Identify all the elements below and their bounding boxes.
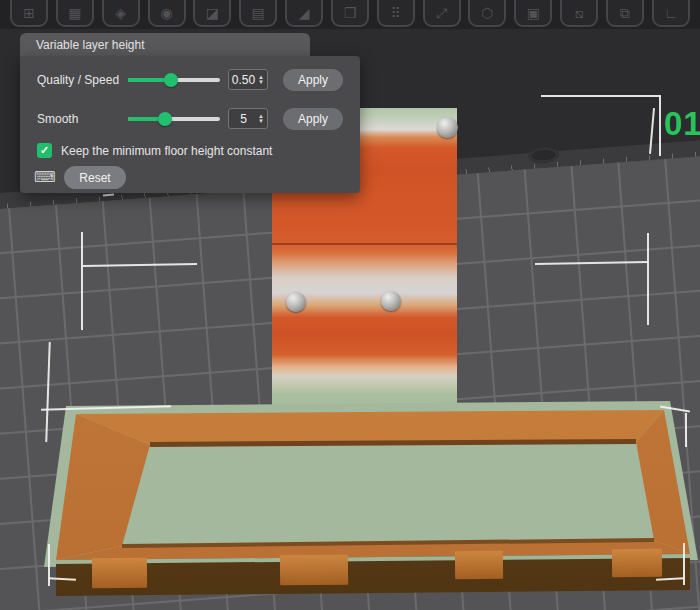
hatch-button[interactable]: ⧅: [560, 0, 598, 27]
split-objects-icon: ❒: [344, 6, 357, 20]
variable-layer-height-panel: Quality / Speed 0.50 ▲ ▼ Apply Smooth 5 …: [20, 56, 360, 193]
layer-handle-sphere[interactable]: [381, 291, 401, 311]
spinner-arrows[interactable]: ▲ ▼: [258, 114, 267, 124]
color-paint-icon: ◉: [160, 6, 172, 20]
slider-thumb[interactable]: [164, 73, 178, 87]
split-objects-button[interactable]: ❒: [331, 0, 369, 27]
smooth-apply-button[interactable]: Apply: [283, 108, 343, 130]
quality-speed-value[interactable]: 0.50: [229, 73, 258, 87]
check-icon: ✓: [40, 144, 49, 157]
bbox-line: [48, 544, 50, 586]
min-floor-height-checkbox[interactable]: ✓: [37, 143, 52, 158]
measure-button[interactable]: ∟: [652, 0, 690, 27]
bbox-line: [647, 233, 649, 325]
seam-paint-button[interactable]: ◪: [193, 0, 231, 27]
split-parts-icon: ⠿: [391, 6, 401, 20]
quality-speed-row: Quality / Speed 0.50 ▲ ▼ Apply: [20, 69, 360, 91]
spinner-arrows[interactable]: ▲ ▼: [258, 75, 267, 85]
lattice-icon: ▦: [68, 6, 81, 20]
quality-apply-button[interactable]: Apply: [283, 69, 343, 91]
base-tab: [612, 549, 662, 578]
base-tab: [455, 551, 503, 580]
smooth-slider[interactable]: [128, 117, 220, 121]
slider-thumb[interactable]: [158, 112, 172, 126]
quality-speed-slider[interactable]: [128, 78, 220, 82]
quality-speed-label: Quality / Speed: [37, 73, 119, 87]
reset-row: ⌨ Reset: [20, 168, 360, 190]
measure-icon: ∟: [664, 6, 678, 20]
text-tool-icon: ▤: [252, 6, 265, 20]
box-button[interactable]: ▣: [514, 0, 552, 27]
toolbar: ⊞▦◈◉◪▤◢❒⠿⤢⬡▣⧅⧉∟: [0, 0, 700, 29]
merge-icon: ⧉: [620, 6, 630, 20]
assembly-icon: ⬡: [481, 6, 493, 20]
merge-button[interactable]: ⧉: [606, 0, 644, 27]
hatch-icon: ⧅: [575, 6, 584, 20]
spinner-down-icon[interactable]: ▼: [258, 80, 264, 85]
quality-speed-input[interactable]: 0.50 ▲ ▼: [228, 69, 268, 90]
scale-button[interactable]: ⤢: [423, 0, 461, 27]
layer-handle-sphere[interactable]: [286, 292, 306, 312]
reset-button[interactable]: Reset: [64, 166, 126, 189]
box-icon: ▣: [527, 6, 540, 20]
support-paint-button[interactable]: ◈: [102, 0, 140, 27]
color-paint-button[interactable]: ◉: [148, 0, 186, 27]
seam-paint-icon: ◪: [206, 6, 219, 20]
plate-number-label[interactable]: 01: [664, 105, 700, 143]
add-object-icon: ⊞: [23, 6, 35, 20]
support-paint-icon: ◈: [115, 6, 126, 20]
base-tab: [92, 558, 147, 589]
smooth-input[interactable]: 5 ▲ ▼: [228, 108, 268, 129]
min-floor-height-label[interactable]: Keep the minimum floor height constant: [61, 144, 272, 158]
spinner-down-icon[interactable]: ▼: [258, 119, 264, 124]
add-object-button[interactable]: ⊞: [10, 0, 48, 27]
layer-handle-sphere[interactable]: [437, 117, 458, 138]
sweep-button[interactable]: ◢: [285, 0, 323, 27]
split-parts-button[interactable]: ⠿: [377, 0, 415, 27]
keyboard-icon[interactable]: ⌨: [34, 168, 56, 186]
scale-icon: ⤢: [436, 6, 447, 20]
smooth-value[interactable]: 5: [229, 112, 258, 126]
bbox-line: [541, 95, 661, 97]
lattice-button[interactable]: ▦: [56, 0, 94, 27]
sweep-icon: ◢: [299, 6, 310, 20]
panel-title-bar[interactable]: Variable layer height: [20, 33, 310, 56]
smooth-row: Smooth 5 ▲ ▼ Apply: [20, 108, 360, 130]
base-tab: [280, 555, 348, 586]
bbox-line: [685, 413, 687, 447]
bbox-line: [659, 96, 661, 156]
smooth-label: Smooth: [37, 112, 78, 126]
bbox-line: [81, 232, 83, 330]
assembly-button[interactable]: ⬡: [468, 0, 506, 27]
text-tool-button[interactable]: ▤: [239, 0, 277, 27]
panel-title: Variable layer height: [36, 38, 145, 52]
checkbox-row: ✓ Keep the minimum floor height constant: [20, 141, 360, 163]
